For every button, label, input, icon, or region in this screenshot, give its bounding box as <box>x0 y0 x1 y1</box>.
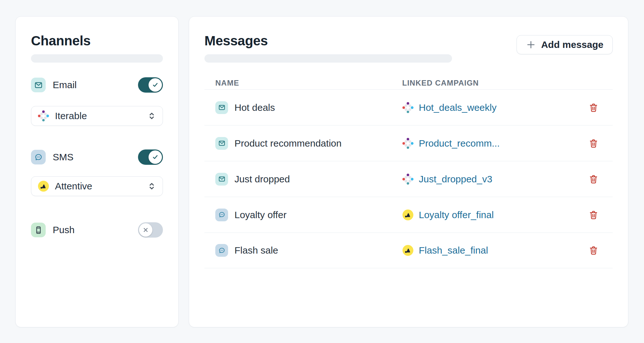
messages-panel: Messages Add message NAME LINKED CAMPAIG… <box>189 16 628 327</box>
message-row: Product recommendation Product_recomm... <box>204 125 613 161</box>
chevron-up-down-icon <box>147 111 156 120</box>
channel-label-email: Email <box>53 80 77 90</box>
trash-icon <box>588 174 599 184</box>
channel-row-push: Push <box>31 222 163 238</box>
envelope-icon <box>215 101 228 114</box>
chat-bubble-icon <box>215 244 228 257</box>
channel-row-email: Email <box>31 77 163 93</box>
page: Channels Email <box>0 0 644 343</box>
campaign-link[interactable]: Flash_sale_final <box>419 245 488 256</box>
channel-row-sms: SMS <box>31 149 163 165</box>
table-header: NAME LINKED CAMPAIGN <box>204 77 613 89</box>
messages-title: Messages <box>204 33 452 49</box>
push-toggle[interactable] <box>138 222 163 238</box>
sms-provider-value: Attentive <box>55 181 92 192</box>
delete-message-button[interactable] <box>588 103 599 113</box>
delete-message-button[interactable] <box>588 138 599 149</box>
messages-table: NAME LINKED CAMPAIGN Hot deals Hot_deals <box>204 77 613 268</box>
check-icon <box>149 150 162 164</box>
trash-icon <box>588 210 599 220</box>
trash-icon <box>588 138 599 149</box>
plus-icon <box>526 40 536 50</box>
channels-panel: Channels Email <box>15 16 179 327</box>
campaign-link[interactable]: Product_recomm... <box>419 138 500 149</box>
add-message-label: Add message <box>541 39 603 50</box>
chevron-up-down-icon <box>147 182 156 191</box>
chat-bubble-icon <box>31 150 46 164</box>
message-row: Loyalty offer Loyalty offer_final <box>204 197 613 232</box>
email-provider-select[interactable]: Iterable <box>31 106 163 126</box>
envelope-icon <box>215 173 228 186</box>
channel-label-push: Push <box>53 225 74 235</box>
messages-loading-skeleton <box>204 54 452 63</box>
message-row: Hot deals Hot_deals_weekly <box>204 89 613 125</box>
campaign-link[interactable]: Loyalty offer_final <box>419 210 494 220</box>
channels-loading-skeleton <box>31 54 163 63</box>
message-name: Flash sale <box>234 245 278 256</box>
column-header-linked-campaign: LINKED CAMPAIGN <box>402 79 613 88</box>
message-name: Loyalty offer <box>234 210 287 220</box>
attentive-logo-icon <box>402 245 414 256</box>
message-name: Hot deals <box>234 102 275 113</box>
campaign-link[interactable]: Just_dropped_v3 <box>419 174 492 185</box>
channels-title: Channels <box>31 33 163 49</box>
trash-icon <box>588 103 599 113</box>
check-icon <box>149 78 162 92</box>
attentive-logo-icon <box>38 180 49 192</box>
channel-label-sms: SMS <box>53 152 73 163</box>
add-message-button[interactable]: Add message <box>517 35 613 54</box>
envelope-icon <box>215 137 228 150</box>
delete-message-button[interactable] <box>588 245 599 255</box>
trash-icon <box>588 245 599 255</box>
sms-provider-select[interactable]: Attentive <box>31 176 163 196</box>
campaign-link[interactable]: Hot_deals_weekly <box>419 102 496 113</box>
iterable-logo-icon <box>402 138 414 149</box>
envelope-icon <box>31 78 46 92</box>
smartphone-icon <box>31 223 46 237</box>
attentive-logo-icon <box>402 209 414 221</box>
x-icon <box>139 223 152 237</box>
message-name: Product recommendation <box>234 138 341 149</box>
chat-bubble-icon <box>215 209 228 221</box>
delete-message-button[interactable] <box>588 210 599 220</box>
column-header-name: NAME <box>204 79 402 88</box>
message-name: Just dropped <box>234 174 290 185</box>
email-provider-value: Iterable <box>55 111 87 121</box>
message-row: Flash sale Flash_sale_final <box>204 232 613 268</box>
iterable-logo-icon <box>402 173 414 185</box>
message-row: Just dropped Just_dropped_v3 <box>204 161 613 197</box>
email-toggle[interactable] <box>138 77 163 93</box>
delete-message-button[interactable] <box>588 174 599 184</box>
sms-toggle[interactable] <box>138 149 163 165</box>
iterable-logo-icon <box>38 110 49 122</box>
iterable-logo-icon <box>402 102 414 113</box>
